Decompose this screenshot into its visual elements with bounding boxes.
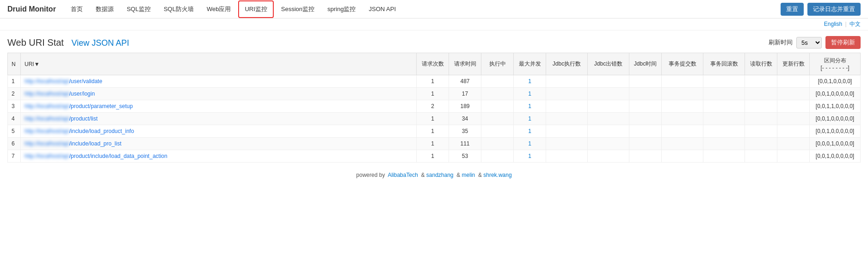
table-cell: http://localhost/api/include/load_pro_li… (21, 138, 417, 150)
table-cell (703, 88, 745, 100)
table-cell (481, 125, 514, 138)
col-header-request-time: 请求时间 (449, 53, 481, 75)
uri-prefix: http://localhost/api (25, 78, 69, 85)
uri-link[interactable]: /product/parameter_setup (69, 103, 133, 109)
max-concurrent-link[interactable]: 1 (528, 115, 531, 122)
table-cell: 1 (514, 138, 546, 150)
table-cell (662, 125, 703, 138)
table-cell (703, 150, 745, 163)
table-cell: 34 (449, 113, 481, 125)
col-header-n: N (8, 53, 21, 75)
table-cell: 1 (417, 88, 449, 100)
reset-button[interactable]: 重置 (781, 3, 804, 16)
footer-link-alibaba[interactable]: AlibabaTech (388, 172, 418, 178)
table-cell: 1 (514, 113, 546, 125)
refresh-select[interactable]: 5s 10s 30s 60s (796, 37, 822, 48)
uri-link[interactable]: /include/load_pro_list (69, 140, 122, 147)
col-header-jdbc-exec: Jdbc执行数 (546, 53, 588, 75)
table-cell: 17 (449, 88, 481, 100)
footer-link-sandzhang[interactable]: sandzhang (426, 172, 454, 178)
max-concurrent-link[interactable]: 1 (528, 153, 531, 159)
table-cell: 1 (514, 150, 546, 163)
max-concurrent-link[interactable]: 1 (528, 91, 531, 97)
navbar: Druid Monitor 首页 数据源 SQL监控 SQL防火墙 Web应用 … (0, 0, 868, 18)
max-concurrent-link[interactable]: 1 (528, 128, 531, 134)
table-cell (777, 125, 810, 138)
footer-link-shrek[interactable]: shrek.wang (483, 172, 511, 178)
col-header-uri[interactable]: URI▼ (21, 53, 417, 75)
table-cell (703, 75, 745, 88)
pause-button[interactable]: 暂停刷新 (825, 36, 861, 49)
lang-chinese[interactable]: 中文 (850, 21, 861, 27)
max-concurrent-link[interactable]: 1 (528, 140, 531, 147)
table-cell: http://localhost/api/user/validate (21, 75, 417, 88)
table-cell: 1 (417, 138, 449, 150)
col-header-jdbc-error: Jdbc出错数 (588, 53, 629, 75)
table-cell: 2 (417, 100, 449, 113)
page-title-container: Web URI Stat View JSON API (7, 37, 129, 48)
nav-spring[interactable]: spring监控 (322, 1, 361, 17)
lang-separator: | (845, 21, 847, 27)
table-cell (588, 125, 629, 138)
max-concurrent-link[interactable]: 1 (528, 103, 531, 109)
col-header-histogram: 区间分布[- - - - - - - -] (810, 53, 861, 75)
col-header-running: 执行中 (481, 53, 514, 75)
table-cell (481, 75, 514, 88)
table-cell (662, 113, 703, 125)
table-header-row: N URI▼ 请求次数 请求时间 执行中 最大并发 Jdbc执行数 Jdbc出错… (8, 53, 861, 75)
col-header-tx-commit: 事务提交数 (662, 53, 703, 75)
table-cell (745, 150, 777, 163)
nav-datasource[interactable]: 数据源 (90, 1, 119, 17)
table-row: 4http://localhost/api/product/list1341[0… (8, 113, 861, 125)
table-cell: 4 (8, 113, 21, 125)
table-cell (703, 138, 745, 150)
lang-bar: English | 中文 (0, 18, 868, 30)
table-cell: [0,0,0,1,0,0,0,0] (810, 138, 861, 150)
table-cell (777, 75, 810, 88)
table-cell: 1 (417, 125, 449, 138)
table-cell (481, 100, 514, 113)
uri-link[interactable]: /include/load_product_info (69, 128, 134, 134)
table-cell: 53 (449, 150, 481, 163)
uri-prefix: http://localhost/api (25, 115, 69, 122)
view-json-api-link[interactable]: View JSON API (72, 38, 129, 48)
uri-link[interactable]: /user/login (69, 91, 95, 97)
col-header-jdbc-time: Jdbc时间 (629, 53, 662, 75)
table-cell (662, 138, 703, 150)
table-cell (481, 150, 514, 163)
reset-log-button[interactable]: 记录日志并重置 (807, 3, 861, 16)
nav-sql[interactable]: SQL监控 (121, 1, 156, 17)
table-cell: 7 (8, 150, 21, 163)
uri-link[interactable]: /product/list (69, 115, 98, 122)
table-cell: 1 (514, 88, 546, 100)
max-concurrent-link[interactable]: 1 (528, 78, 531, 85)
footer: powered by AlibabaTech & sandzhang & mel… (0, 163, 868, 182)
nav-sql-firewall[interactable]: SQL防火墙 (158, 1, 199, 17)
lang-english[interactable]: English (824, 21, 842, 27)
table-cell: [0,0,1,0,0,0,0] (810, 75, 861, 88)
nav-uri[interactable]: URI监控 (238, 0, 273, 18)
table-cell (745, 88, 777, 100)
nav-session[interactable]: Session监控 (276, 1, 320, 17)
table-cell (481, 113, 514, 125)
uri-link[interactable]: /product/include/load_data_point_action (69, 153, 167, 159)
table-cell (546, 138, 588, 150)
table-cell (629, 150, 662, 163)
table-cell (777, 113, 810, 125)
nav-home[interactable]: 首页 (65, 1, 88, 17)
uri-link[interactable]: /user/validate (69, 78, 102, 85)
nav-json-api[interactable]: JSON API (363, 2, 401, 16)
table-cell: 1 (8, 75, 21, 88)
table-cell: 1 (514, 125, 546, 138)
nav-actions: 重置 记录日志并重置 (781, 3, 861, 16)
table-cell: 487 (449, 75, 481, 88)
footer-link-melin[interactable]: melin (462, 172, 475, 178)
nav-webapp[interactable]: Web应用 (201, 1, 237, 17)
col-header-update-rows: 更新行数 (777, 53, 810, 75)
table-cell (546, 88, 588, 100)
uri-prefix: http://localhost/api (25, 128, 69, 134)
table-cell (745, 113, 777, 125)
table-cell: 1 (417, 150, 449, 163)
table-cell: [0,0,1,0,0,0,0,0] (810, 113, 861, 125)
table-cell (588, 100, 629, 113)
